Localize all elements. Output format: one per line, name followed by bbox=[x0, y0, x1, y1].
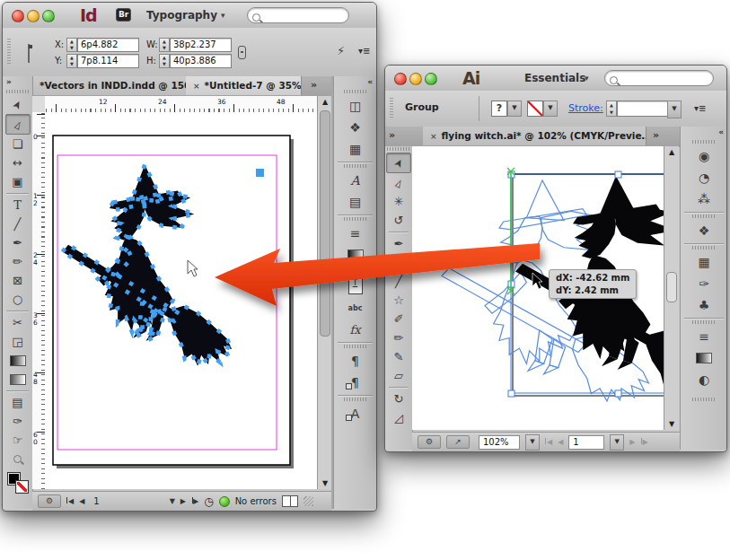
tab-vectors-in-indd[interactable]: *Vectors in INDD.indd @ 150% bbox=[32, 76, 193, 95]
workspace-switcher[interactable]: Typography bbox=[146, 9, 217, 22]
star-tool[interactable]: ☆ bbox=[387, 291, 410, 310]
layers-panel-button[interactable]: ❖ bbox=[340, 117, 371, 138]
scroll-down-icon[interactable]: ▼ bbox=[664, 420, 679, 428]
frame-tool[interactable]: ⊠ bbox=[6, 271, 30, 290]
gradient-swatch-tool[interactable] bbox=[6, 351, 30, 370]
stroke-swatch[interactable] bbox=[15, 480, 29, 494]
dock-grip[interactable] bbox=[344, 270, 367, 274]
dock-grip[interactable] bbox=[344, 345, 367, 348]
story-panel-button[interactable]: T bbox=[340, 276, 371, 297]
hand-tool[interactable]: ☞ bbox=[6, 431, 30, 450]
version-cue-button[interactable]: ⚙ bbox=[418, 435, 441, 449]
page-dropdown-icon[interactable]: ▼ bbox=[170, 497, 175, 505]
tab-untitled-7[interactable]: ×*Untitled-7 @ 35% bbox=[186, 76, 302, 95]
indesign-canvas[interactable] bbox=[45, 112, 317, 489]
dock-grip[interactable] bbox=[344, 164, 367, 168]
dock-grip[interactable] bbox=[344, 398, 367, 401]
pencil-tool[interactable]: ✏ bbox=[387, 328, 410, 347]
scrollbar-thumb[interactable] bbox=[666, 272, 677, 302]
workspace-switcher[interactable]: Essentials bbox=[524, 72, 585, 84]
artboard-number-field[interactable]: 1 bbox=[568, 435, 604, 450]
zoom-window-button[interactable] bbox=[42, 10, 55, 22]
pen-tool[interactable]: ✒ bbox=[6, 233, 30, 252]
gradient-feather-tool[interactable] bbox=[6, 370, 30, 389]
illustrator-vertical-scrollbar[interactable]: ▲ ▼ bbox=[664, 146, 679, 430]
stroke-weight-field[interactable] bbox=[617, 101, 670, 117]
page-number-value[interactable]: 1 bbox=[93, 496, 99, 506]
type-tool[interactable]: T bbox=[387, 253, 410, 272]
version-cue-button[interactable]: ⚙ bbox=[38, 494, 61, 508]
close-icon[interactable]: × bbox=[430, 132, 437, 141]
dock-grip[interactable] bbox=[387, 147, 410, 151]
links-panel-button[interactable]: ▦ bbox=[340, 138, 371, 160]
tab-flying-witch[interactable]: ×flying witch.ai* @ 102% (CMYK/Previe… bbox=[423, 127, 646, 145]
dock-collapse-icon[interactable]: « bbox=[681, 127, 727, 139]
gap-tool[interactable]: ↔ bbox=[6, 153, 30, 172]
pen-tool[interactable]: ✒ bbox=[387, 234, 410, 253]
stroke-link[interactable]: Stroke: bbox=[568, 102, 603, 114]
free-transform-tool[interactable]: ◲ bbox=[6, 332, 30, 351]
eraser-tool[interactable]: ▱ bbox=[387, 366, 410, 385]
zoom-level-field[interactable]: 102% bbox=[479, 435, 520, 450]
text-wrap-panel-button[interactable]: ▤ bbox=[340, 191, 371, 213]
preflight-clock-icon[interactable]: ◷ bbox=[204, 495, 213, 508]
illustrator-titlebar[interactable]: Ai Essentials ▾ bbox=[385, 66, 726, 92]
tab-overflow-icon[interactable]: » bbox=[311, 79, 317, 91]
layers-panel-button[interactable]: ❖ bbox=[689, 220, 719, 241]
symbols-panel-button[interactable]: ♣ bbox=[689, 294, 719, 316]
eyedropper-tool[interactable]: ✑ bbox=[6, 412, 30, 431]
conditional-text-panel-button[interactable]: abc bbox=[340, 297, 371, 319]
resize-grip[interactable] bbox=[303, 496, 313, 506]
stroke-weight-dropdown-icon[interactable]: ▼ bbox=[667, 101, 682, 118]
character-styles-panel-button[interactable]: A bbox=[340, 403, 371, 424]
scale-tool[interactable]: ◿ bbox=[387, 408, 410, 427]
lasso-tool[interactable]: ↺ bbox=[387, 211, 410, 230]
spread-view-icon[interactable] bbox=[282, 495, 298, 507]
page-tool[interactable]: ❏ bbox=[6, 135, 30, 153]
stroke-weight-stepper[interactable]: ▲▼ bbox=[606, 101, 617, 117]
search-input[interactable] bbox=[604, 70, 714, 86]
close-icon[interactable]: × bbox=[193, 82, 200, 91]
stroke-dropdown-icon[interactable]: ▼ bbox=[543, 101, 558, 117]
next-page-button[interactable]: ▶ bbox=[180, 497, 186, 505]
zoom-window-button[interactable] bbox=[425, 73, 437, 85]
scissors-tool[interactable]: ✂ bbox=[6, 313, 30, 332]
previous-page-button[interactable]: ◀ bbox=[79, 497, 84, 505]
line-tool[interactable]: ╱ bbox=[6, 214, 30, 233]
brushes-panel-button[interactable]: ✑ bbox=[689, 273, 719, 294]
selection-tool[interactable]: ➤ bbox=[6, 95, 30, 114]
dock-grip[interactable] bbox=[6, 90, 30, 93]
zoom-dropdown-icon[interactable]: ▼ bbox=[525, 434, 540, 451]
panel-menu-icon[interactable]: ▾≡ bbox=[358, 46, 370, 56]
dock-collapse-icon[interactable]: » bbox=[3, 76, 32, 89]
minimize-button[interactable] bbox=[27, 10, 40, 22]
dock-divider[interactable] bbox=[331, 76, 333, 509]
ruler-origin-box[interactable] bbox=[32, 96, 46, 113]
dock-grip[interactable] bbox=[692, 214, 716, 218]
fill-dropdown-icon[interactable]: ▼ bbox=[507, 101, 522, 117]
bridge-button[interactable]: Br bbox=[116, 8, 131, 22]
last-page-button[interactable]: ▶ bbox=[191, 497, 198, 505]
first-page-button[interactable]: ◀ bbox=[545, 438, 552, 446]
stroke-panel-button[interactable]: ≡ bbox=[689, 326, 719, 347]
dock-grip[interactable] bbox=[344, 90, 367, 93]
stroke-panel-button[interactable]: ≡ bbox=[340, 223, 371, 244]
previous-page-button[interactable]: ◀ bbox=[558, 438, 563, 446]
blob-brush-tool[interactable]: ✎ bbox=[387, 347, 410, 366]
indesign-titlebar[interactable]: Id Br Typography ▾ bbox=[3, 3, 376, 29]
close-button[interactable] bbox=[394, 73, 407, 85]
dock-grip[interactable] bbox=[692, 140, 716, 144]
appearance-panel-button[interactable]: ⁂ bbox=[689, 188, 719, 210]
y-field[interactable]: 7p8.114 bbox=[77, 54, 139, 68]
paragraph-panel-button[interactable]: ¶ bbox=[340, 350, 371, 372]
direct-selection-tool[interactable]: ▻ bbox=[387, 173, 410, 192]
quick-apply-icon[interactable]: ⚡ bbox=[337, 44, 345, 57]
indesign-vertical-scrollbar[interactable]: ▲ ▼ bbox=[317, 96, 332, 489]
zoom-tool[interactable] bbox=[6, 450, 30, 468]
fill-color-swatch[interactable]: ? bbox=[491, 101, 507, 117]
dock-grip[interactable] bbox=[344, 217, 367, 221]
x-stepper[interactable]: ▲▼ bbox=[66, 38, 77, 52]
gradient-panel-button[interactable] bbox=[689, 347, 719, 369]
vertical-ruler[interactable]: 0 1 2 2 4 3 6 4 8 6 0 bbox=[32, 112, 46, 489]
dock-grip[interactable] bbox=[692, 320, 716, 324]
